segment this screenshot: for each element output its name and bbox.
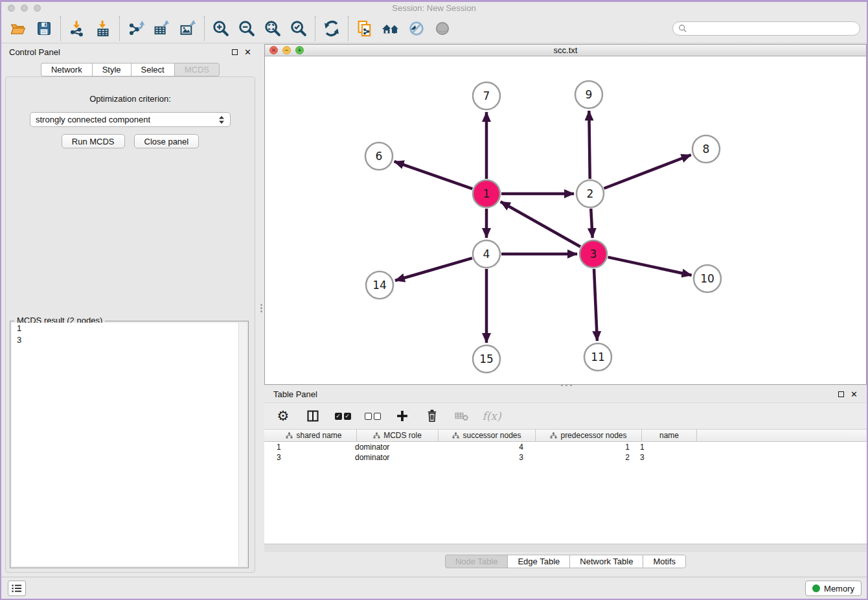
cell-name[interactable]: 1 xyxy=(635,443,690,452)
tab-node-table[interactable]: Node Table xyxy=(445,555,508,568)
zoom-fit-icon xyxy=(264,19,282,38)
zoom-in-button[interactable] xyxy=(208,16,234,41)
memory-label: Memory xyxy=(824,584,854,594)
graph-edge-2-9[interactable] xyxy=(589,111,589,179)
zoom-fit-selected-button[interactable] xyxy=(286,16,312,41)
add-button[interactable] xyxy=(394,408,411,424)
column-header-successor-nodes[interactable]: successor nodes xyxy=(439,430,536,441)
task-history-button[interactable] xyxy=(8,581,26,596)
memory-status-icon xyxy=(812,584,820,592)
style-slash-icon xyxy=(407,19,426,38)
cell-shared-name[interactable]: 1 xyxy=(264,443,350,452)
graph-node-label-11: 11 xyxy=(591,351,605,363)
graph-edge-3-1[interactable] xyxy=(501,202,580,246)
result-scrollbar[interactable] xyxy=(238,323,247,566)
cell-mcds-role[interactable]: dominator xyxy=(350,453,431,462)
control-panel-tabs: Network Style Select MCDS xyxy=(1,63,259,76)
window-titlebar: Session: New Session xyxy=(1,2,867,14)
search-input[interactable] xyxy=(687,24,854,34)
graph-edge-3-10[interactable] xyxy=(608,257,691,275)
splitter-handle-icon xyxy=(260,303,262,314)
network-close-icon[interactable]: ✕ xyxy=(269,46,278,54)
tab-edge-table[interactable]: Edge Table xyxy=(507,555,569,568)
select-all-button[interactable]: ✓ ✓ xyxy=(334,408,351,424)
deselect-all-button[interactable] xyxy=(364,408,381,424)
tab-motifs[interactable]: Motifs xyxy=(643,555,686,568)
unchecked-box-icon xyxy=(374,413,381,420)
cell-predecessor-nodes[interactable]: 1 xyxy=(529,443,635,452)
open-session-button[interactable] xyxy=(5,16,31,41)
zoom-out-button[interactable] xyxy=(234,16,260,41)
mcds-result-list: 1 3 xyxy=(12,323,247,566)
graph-edge-2-3[interactable] xyxy=(591,209,592,238)
import-network-button[interactable] xyxy=(64,16,90,41)
cell-successor-nodes[interactable]: 4 xyxy=(431,443,529,452)
column-header-predecessor-nodes[interactable]: predecessor nodes xyxy=(536,430,642,441)
graph-edge-1-6[interactable] xyxy=(394,161,473,189)
tab-style[interactable]: Style xyxy=(92,63,131,76)
delete-button[interactable] xyxy=(424,408,440,424)
function-builder-disabled: f(x) xyxy=(483,408,500,424)
toolbar-separator xyxy=(348,16,348,41)
style-toggle-button[interactable] xyxy=(404,16,429,41)
memory-button[interactable]: Memory xyxy=(805,581,862,596)
trash-icon xyxy=(426,409,439,423)
table-bottom-strip xyxy=(264,544,867,552)
graph-node-label-3: 3 xyxy=(590,248,597,260)
table-settings-button[interactable]: ⚙ xyxy=(275,408,291,424)
table-panel-title: Table Panel xyxy=(273,389,317,399)
graph-node-label-1: 1 xyxy=(483,187,490,200)
column-header-shared-name[interactable]: shared name xyxy=(271,430,357,441)
close-panel-button[interactable]: Close panel xyxy=(134,134,200,148)
network-window-title: scc.txt xyxy=(265,45,866,56)
close-table-panel-icon[interactable]: ✕ xyxy=(851,391,858,397)
open-folder-icon xyxy=(9,20,27,37)
criterion-dropdown[interactable]: strongly connected component xyxy=(30,112,231,127)
export-table-button[interactable] xyxy=(149,16,175,41)
cell-name[interactable]: 3 xyxy=(635,453,690,462)
graph-node-label-7: 7 xyxy=(483,89,490,102)
save-session-button[interactable] xyxy=(31,16,57,41)
vertical-splitter[interactable] xyxy=(259,43,264,577)
column-header-name[interactable]: name xyxy=(642,430,697,441)
zoom-fit-content-button[interactable] xyxy=(260,16,286,41)
column-header-mcds-role[interactable]: MCDS role xyxy=(357,430,439,441)
tab-select[interactable]: Select xyxy=(131,63,174,76)
tab-network[interactable]: Network xyxy=(41,63,92,76)
graph-edge-3-11[interactable] xyxy=(594,269,597,341)
network-canvas[interactable]: 1234678910111415 xyxy=(265,57,866,384)
tab-network-table[interactable]: Network Table xyxy=(569,555,643,568)
table-row[interactable]: 1 dominator 4 1 1 xyxy=(264,442,867,452)
export-image-button[interactable] xyxy=(175,16,201,41)
clone-network-icon xyxy=(356,19,374,38)
first-neighbors-button[interactable] xyxy=(378,16,404,41)
cell-mcds-role[interactable]: dominator xyxy=(350,443,431,452)
network-maximize-icon[interactable]: + xyxy=(295,46,304,54)
graph-node-label-4: 4 xyxy=(483,248,490,260)
apply-layout-button[interactable] xyxy=(319,16,345,41)
columns-icon xyxy=(306,410,319,422)
network-window-titlebar[interactable]: ✕ − + scc.txt xyxy=(265,45,866,56)
import-table-button[interactable] xyxy=(90,16,116,41)
import-table-icon xyxy=(94,19,112,38)
show-columns-button[interactable] xyxy=(304,408,321,424)
cell-predecessor-nodes[interactable]: 2 xyxy=(529,453,635,462)
control-panel: Control Panel ✕ Network Style Select MCD… xyxy=(1,43,259,577)
graph-edge-2-8[interactable] xyxy=(604,155,691,189)
float-table-panel-icon[interactable] xyxy=(838,391,844,397)
network-minimize-icon[interactable]: − xyxy=(282,46,291,54)
search-box[interactable] xyxy=(672,21,860,36)
graph-edge-4-14[interactable] xyxy=(395,258,472,281)
tab-mcds[interactable]: MCDS xyxy=(174,63,220,76)
float-panel-icon[interactable] xyxy=(232,49,238,55)
run-mcds-button[interactable]: Run MCDS xyxy=(62,134,125,148)
graph-node-label-15: 15 xyxy=(479,352,494,365)
graphics-details-button[interactable] xyxy=(429,16,455,41)
export-network-button[interactable] xyxy=(123,16,149,41)
table-row[interactable]: 3 dominator 3 2 3 xyxy=(264,452,867,463)
cell-successor-nodes[interactable]: 3 xyxy=(431,453,529,462)
close-panel-icon[interactable]: ✕ xyxy=(244,49,251,55)
cell-shared-name[interactable]: 3 xyxy=(264,453,350,462)
clone-network-button[interactable] xyxy=(352,16,378,41)
graph-node-label-9: 9 xyxy=(586,88,593,101)
